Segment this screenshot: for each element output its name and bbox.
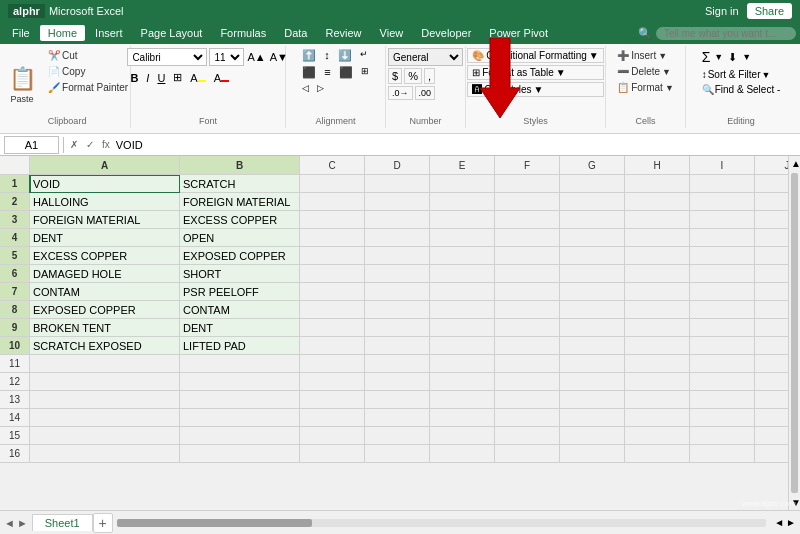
cell[interactable]	[430, 283, 495, 301]
row-header[interactable]: 1	[0, 175, 30, 193]
cell[interactable]	[755, 391, 788, 409]
align-top-button[interactable]: ⬆️	[299, 48, 319, 63]
cell[interactable]	[180, 445, 300, 463]
cell[interactable]	[625, 355, 690, 373]
cell[interactable]	[30, 445, 180, 463]
cell[interactable]	[755, 319, 788, 337]
cell-reference-box[interactable]	[4, 136, 59, 154]
cell[interactable]: FOREIGN MATERIAL	[30, 211, 180, 229]
cell[interactable]	[625, 283, 690, 301]
cell[interactable]	[30, 355, 180, 373]
row-header[interactable]: 6	[0, 265, 30, 283]
cell[interactable]	[180, 427, 300, 445]
cell[interactable]	[625, 391, 690, 409]
cell[interactable]	[495, 193, 560, 211]
format-dropdown-icon[interactable]: ▼	[665, 83, 674, 93]
row-header[interactable]: 2	[0, 193, 30, 211]
cell[interactable]	[625, 247, 690, 265]
cell[interactable]	[690, 337, 755, 355]
cell[interactable]	[690, 391, 755, 409]
cell[interactable]	[430, 427, 495, 445]
cell[interactable]	[300, 319, 365, 337]
scroll-thumb[interactable]	[791, 173, 798, 493]
cell-styles-dropdown-icon[interactable]: ▼	[534, 84, 544, 95]
tab-prev-button[interactable]: ◄	[4, 517, 15, 529]
share-button[interactable]: Share	[747, 3, 792, 19]
cell[interactable]	[180, 373, 300, 391]
cell[interactable]	[365, 445, 430, 463]
cell[interactable]: DENT	[30, 229, 180, 247]
cell[interactable]: EXCESS COPPER	[180, 211, 300, 229]
vertical-scrollbar[interactable]: ▲ ▼	[788, 156, 800, 510]
cell[interactable]	[560, 265, 625, 283]
cell[interactable]	[30, 391, 180, 409]
sum-dropdown-icon[interactable]: ▼	[714, 52, 723, 62]
col-header-d[interactable]: D	[365, 156, 430, 174]
cell[interactable]	[755, 337, 788, 355]
menu-page-layout[interactable]: Page Layout	[133, 25, 211, 41]
cell[interactable]	[495, 319, 560, 337]
cell[interactable]	[560, 355, 625, 373]
fill-color-button[interactable]: A	[187, 71, 208, 85]
cell[interactable]	[430, 211, 495, 229]
cell[interactable]	[365, 319, 430, 337]
row-header[interactable]: 7	[0, 283, 30, 301]
cell[interactable]	[560, 445, 625, 463]
cell[interactable]	[690, 409, 755, 427]
row-header[interactable]: 9	[0, 319, 30, 337]
cell[interactable]	[300, 445, 365, 463]
cell[interactable]	[430, 301, 495, 319]
cell[interactable]	[300, 409, 365, 427]
cell[interactable]	[625, 337, 690, 355]
hscroll-track[interactable]	[113, 515, 771, 531]
row-header[interactable]: 14	[0, 409, 30, 427]
insert-dropdown-icon[interactable]: ▼	[658, 51, 667, 61]
cell[interactable]	[495, 427, 560, 445]
cell[interactable]	[365, 355, 430, 373]
row-header[interactable]: 13	[0, 391, 30, 409]
cell[interactable]	[755, 211, 788, 229]
align-right-button[interactable]: ⬛	[336, 65, 356, 80]
cell[interactable]	[300, 265, 365, 283]
bold-button[interactable]: B	[127, 71, 141, 85]
cell[interactable]: OPEN	[180, 229, 300, 247]
menu-formulas[interactable]: Formulas	[212, 25, 274, 41]
function-enter-button[interactable]: ✓	[84, 139, 96, 150]
cell[interactable]	[755, 193, 788, 211]
cell[interactable]	[300, 373, 365, 391]
cell[interactable]	[560, 319, 625, 337]
cell[interactable]	[365, 301, 430, 319]
cell[interactable]	[755, 355, 788, 373]
sheet-tab-sheet1[interactable]: Sheet1	[32, 514, 93, 531]
cell[interactable]: CONTAM	[180, 301, 300, 319]
cell[interactable]	[560, 409, 625, 427]
percent-button[interactable]: %	[404, 68, 422, 84]
cell[interactable]	[30, 427, 180, 445]
cell[interactable]	[430, 373, 495, 391]
cell[interactable]	[625, 427, 690, 445]
delete-dropdown-icon[interactable]: ▼	[662, 67, 671, 77]
comma-button[interactable]: ,	[424, 68, 435, 84]
cell[interactable]	[625, 265, 690, 283]
cell[interactable]	[560, 373, 625, 391]
cell[interactable]	[755, 301, 788, 319]
cell[interactable]: LIFTED PAD	[180, 337, 300, 355]
cell[interactable]	[300, 247, 365, 265]
insert-cells-button[interactable]: ➕ Insert ▼	[613, 48, 678, 63]
cell[interactable]	[495, 265, 560, 283]
cell[interactable]	[430, 355, 495, 373]
format-cells-button[interactable]: 📋 Format ▼	[613, 80, 678, 95]
hscroll-left-button[interactable]: ◄	[774, 517, 784, 528]
menu-review[interactable]: Review	[317, 25, 369, 41]
cell[interactable]	[365, 391, 430, 409]
cell[interactable]	[430, 337, 495, 355]
cell[interactable]	[690, 265, 755, 283]
col-header-a[interactable]: A	[30, 156, 180, 174]
scroll-up-button[interactable]: ▲	[789, 156, 800, 171]
cell[interactable]	[755, 265, 788, 283]
decrease-decimal-button[interactable]: .0→	[388, 86, 413, 100]
align-left-button[interactable]: ⬛	[299, 65, 319, 80]
cell[interactable]	[625, 445, 690, 463]
cell[interactable]	[365, 283, 430, 301]
menu-power-pivot[interactable]: Power Pivot	[481, 25, 556, 41]
